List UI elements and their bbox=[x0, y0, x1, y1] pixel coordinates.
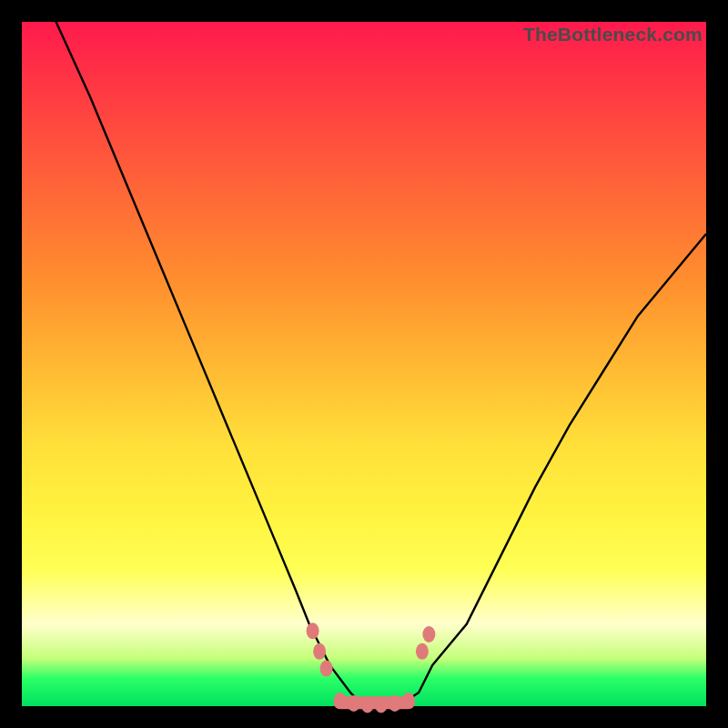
bottleneck-curve bbox=[22, 0, 706, 706]
watermark-text: TheBottleneck.com bbox=[523, 24, 703, 46]
curve-marker bbox=[307, 622, 319, 639]
curve-marker bbox=[416, 643, 429, 660]
curve-marker bbox=[402, 693, 415, 709]
curve-marker bbox=[320, 661, 333, 677]
curve-markers bbox=[307, 622, 436, 713]
curve-marker bbox=[334, 693, 347, 709]
curve-marker bbox=[313, 643, 326, 660]
chart-plot-area bbox=[22, 22, 706, 706]
curve-marker bbox=[361, 697, 374, 713]
curve-svg bbox=[22, 22, 706, 706]
curve-marker bbox=[422, 626, 435, 642]
chart-frame: TheBottleneck.com bbox=[0, 0, 728, 728]
curve-marker bbox=[375, 697, 388, 713]
curve-marker bbox=[389, 695, 401, 712]
curve-marker bbox=[348, 695, 360, 712]
